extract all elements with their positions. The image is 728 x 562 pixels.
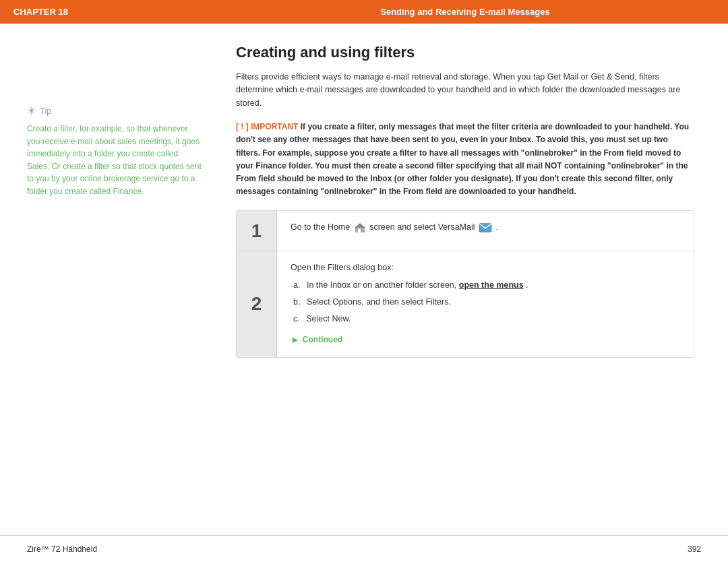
- step-1-period: .: [496, 222, 498, 232]
- step-1-text2: screen and select VersaMail: [369, 222, 477, 232]
- important-label: [ ! ] IMPORTANT: [236, 122, 298, 131]
- step-1-text: Go to the Home: [291, 222, 353, 232]
- step-2-item-c: c. Select New.: [291, 312, 680, 325]
- step-2-list: a. In the Inbox or on another folder scr…: [291, 278, 680, 325]
- chapter-label: CHAPTER 18: [13, 7, 216, 17]
- svg-marker-1: [355, 223, 365, 228]
- main-content: ✳ Tip Create a filter, for example, so t…: [0, 24, 728, 535]
- step-2-item-a: a. In the Inbox or on another folder scr…: [291, 278, 680, 292]
- tip-header: ✳ Tip: [27, 104, 202, 117]
- step-1-content: Go to the Home screen and select VersaMa…: [277, 211, 694, 251]
- header-bar: CHAPTER 18 Sending and Receiving E-mail …: [0, 0, 728, 24]
- tip-text: Create a filter, for example, so that wh…: [27, 123, 202, 198]
- continued-arrow-icon: ►: [291, 332, 300, 347]
- step-2-item-b: b. Select Options, and then select Filte…: [291, 295, 680, 309]
- tip-section: ✳ Tip Create a filter, for example, so t…: [27, 104, 202, 198]
- item-a-text: In the Inbox or on another folder screen…: [307, 280, 459, 290]
- tip-star-icon: ✳: [27, 104, 36, 117]
- step-1: 1 Go to the Home screen and select Versa…: [237, 211, 694, 251]
- content-title: Creating and using filters: [236, 44, 694, 61]
- intro-text: Filters provide efficient ways to manage…: [236, 71, 694, 110]
- steps-container: 1 Go to the Home screen and select Versa…: [236, 210, 694, 357]
- sidebar: ✳ Tip Create a filter, for example, so t…: [0, 24, 216, 535]
- footer-brand: Zire™ 72 Handheld: [27, 544, 97, 554]
- tip-label: Tip: [40, 106, 52, 116]
- step-2-content: Open the Filters dialog box: a. In the I…: [277, 251, 694, 356]
- page-header-title: Sending and Receiving E-mail Messages: [216, 7, 715, 17]
- item-a-label: a.: [293, 280, 300, 290]
- footer-page-number: 392: [688, 544, 701, 554]
- open-menus-link[interactable]: open the menus: [459, 280, 524, 290]
- continued-indicator: ► Continued: [291, 332, 680, 347]
- item-b-label: b.: [293, 297, 300, 307]
- step-2: 2 Open the Filters dialog box: a. In the…: [237, 251, 694, 356]
- brand-text: Zire™ 72 Handheld: [27, 544, 97, 554]
- footer: Zire™ 72 Handheld 392: [0, 535, 728, 562]
- item-c-label: c.: [293, 314, 300, 323]
- item-a-period: .: [524, 280, 528, 290]
- svg-rect-2: [358, 228, 361, 232]
- versamail-icon: [479, 222, 492, 233]
- home-icon: [355, 223, 365, 232]
- content-area: Creating and using filters Filters provi…: [216, 24, 728, 535]
- important-box: [ ! ] IMPORTANT If you create a filter, …: [236, 121, 694, 198]
- continued-label: Continued: [303, 334, 342, 346]
- important-text: If you create a filter, only messages th…: [236, 122, 689, 196]
- step-2-label: Open the Filters dialog box:: [291, 261, 680, 274]
- step-2-number: 2: [237, 251, 277, 356]
- item-b-text: Select Options, and then select Filters.: [307, 297, 451, 307]
- item-c-text: Select New.: [306, 314, 351, 323]
- step-1-number: 1: [237, 211, 277, 251]
